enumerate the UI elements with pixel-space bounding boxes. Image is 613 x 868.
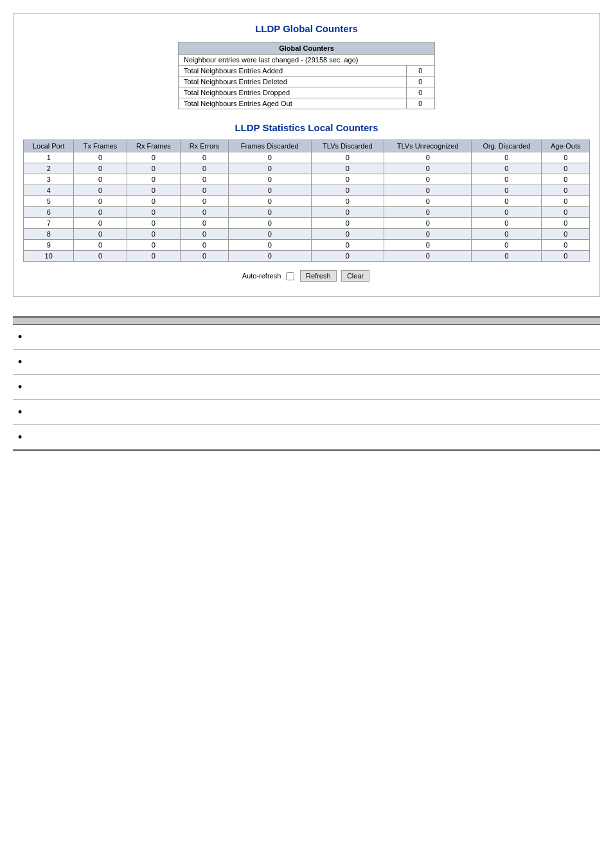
stats-cell-r3-c2: 0 bbox=[127, 185, 181, 196]
stats-cell-r2-c2: 0 bbox=[127, 174, 181, 185]
stats-cell-r4-c2: 0 bbox=[127, 196, 181, 207]
last-changed-row: Neighbour entries were last changed - (2… bbox=[179, 55, 435, 66]
stats-cell-r8-c7: 0 bbox=[472, 240, 542, 251]
stats-cell-r7-c8: 0 bbox=[542, 229, 590, 240]
stats-row-4: 500000000 bbox=[24, 196, 590, 207]
stats-title: LLDP Statistics Local Counters bbox=[23, 122, 590, 133]
stats-cell-r6-c1: 0 bbox=[74, 218, 127, 229]
stats-cell-r8-c3: 0 bbox=[181, 240, 229, 251]
stats-cell-r9-c1: 0 bbox=[74, 251, 127, 262]
stats-cell-r6-c2: 0 bbox=[127, 218, 181, 229]
stats-row-5: 600000000 bbox=[24, 207, 590, 218]
refresh-button[interactable]: Refresh bbox=[300, 270, 337, 282]
stats-cell-r4-c5: 0 bbox=[311, 196, 384, 207]
stats-cell-r2-c6: 0 bbox=[384, 174, 472, 185]
row-val-1: 0 bbox=[406, 77, 434, 87]
stats-cell-r9-c4: 0 bbox=[228, 251, 311, 262]
content-cell-2 bbox=[129, 375, 600, 400]
table-row: Total Neighbours Entries Added 0 bbox=[179, 66, 435, 77]
content-cell-4 bbox=[129, 425, 600, 451]
stats-cell-r0-c5: 0 bbox=[311, 152, 384, 163]
bottom-row-4: • bbox=[13, 425, 600, 451]
stats-cell-r8-c4: 0 bbox=[228, 240, 311, 251]
clear-button[interactable]: Clear bbox=[341, 270, 369, 282]
stats-cell-r4-c0: 5 bbox=[24, 196, 74, 207]
bullet-cell-2: • bbox=[13, 375, 129, 400]
stats-cell-r8-c0: 9 bbox=[24, 240, 74, 251]
stats-header-row: Local Port Tx Frames Rx Frames Rx Errors… bbox=[24, 140, 590, 152]
auto-refresh-checkbox[interactable] bbox=[286, 272, 294, 280]
stats-row-7: 800000000 bbox=[24, 229, 590, 240]
auto-refresh-label: Auto-refresh bbox=[242, 272, 281, 280]
stats-cell-r0-c8: 0 bbox=[542, 152, 590, 163]
stats-cell-r9-c3: 0 bbox=[181, 251, 229, 262]
bottom-header-row bbox=[13, 317, 600, 325]
bullet-cell-4: • bbox=[13, 425, 129, 451]
stats-cell-r3-c0: 4 bbox=[24, 185, 74, 196]
stats-cell-r5-c8: 0 bbox=[542, 207, 590, 218]
stats-cell-r3-c8: 0 bbox=[542, 185, 590, 196]
col-age-outs: Age-Outs bbox=[542, 140, 590, 152]
stats-cell-r6-c8: 0 bbox=[542, 218, 590, 229]
stats-cell-r4-c8: 0 bbox=[542, 196, 590, 207]
row-label-1: Total Neighbours Entries Deleted bbox=[179, 77, 407, 87]
stats-cell-r7-c0: 8 bbox=[24, 229, 74, 240]
row-val-3: 0 bbox=[406, 98, 434, 109]
stats-cell-r9-c0: 10 bbox=[24, 251, 74, 262]
bottom-col-1 bbox=[13, 317, 129, 325]
stats-cell-r6-c7: 0 bbox=[472, 218, 542, 229]
stats-cell-r3-c3: 0 bbox=[181, 185, 229, 196]
row-val-0: 0 bbox=[406, 66, 434, 77]
stats-row-8: 900000000 bbox=[24, 240, 590, 251]
bottom-col-2 bbox=[129, 317, 600, 325]
col-org-discarded: Org. Discarded bbox=[472, 140, 542, 152]
stats-cell-r9-c5: 0 bbox=[311, 251, 384, 262]
stats-cell-r1-c3: 0 bbox=[181, 163, 229, 174]
stats-cell-r8-c1: 0 bbox=[74, 240, 127, 251]
stats-cell-r9-c2: 0 bbox=[127, 251, 181, 262]
col-tx-frames: Tx Frames bbox=[74, 140, 127, 152]
stats-cell-r0-c0: 1 bbox=[24, 152, 74, 163]
stats-cell-r6-c5: 0 bbox=[311, 218, 384, 229]
stats-cell-r1-c5: 0 bbox=[311, 163, 384, 174]
stats-cell-r7-c6: 0 bbox=[384, 229, 472, 240]
stats-row-0: 100000000 bbox=[24, 152, 590, 163]
col-tlvs-unrecognized: TLVs Unrecognized bbox=[384, 140, 472, 152]
global-counters-header: Global Counters bbox=[179, 42, 435, 55]
stats-cell-r8-c2: 0 bbox=[127, 240, 181, 251]
row-label-0: Total Neighbours Entries Added bbox=[179, 66, 407, 77]
bottom-row-0: • bbox=[13, 325, 600, 350]
global-counters-table: Global Counters Neighbour entries were l… bbox=[178, 42, 435, 109]
stats-cell-r8-c8: 0 bbox=[542, 240, 590, 251]
stats-cell-r1-c6: 0 bbox=[384, 163, 472, 174]
stats-cell-r5-c0: 6 bbox=[24, 207, 74, 218]
stats-cell-r6-c3: 0 bbox=[181, 218, 229, 229]
stats-cell-r8-c6: 0 bbox=[384, 240, 472, 251]
bottom-row-2: • bbox=[13, 375, 600, 400]
col-rx-errors: Rx Errors bbox=[181, 140, 229, 152]
row-label-3: Total Neighbours Entries Aged Out bbox=[179, 98, 407, 109]
stats-cell-r6-c6: 0 bbox=[384, 218, 472, 229]
table-row: Total Neighbours Entries Aged Out 0 bbox=[179, 98, 435, 109]
bottom-section: ••••• bbox=[13, 316, 600, 451]
stats-cell-r2-c3: 0 bbox=[181, 174, 229, 185]
row-val-2: 0 bbox=[406, 87, 434, 98]
stats-cell-r7-c2: 0 bbox=[127, 229, 181, 240]
row-label-2: Total Neighbours Entries Dropped bbox=[179, 87, 407, 98]
stats-cell-r1-c7: 0 bbox=[472, 163, 542, 174]
footer-bar: Auto-refresh Refresh Clear bbox=[23, 265, 590, 287]
stats-cell-r5-c3: 0 bbox=[181, 207, 229, 218]
stats-cell-r3-c5: 0 bbox=[311, 185, 384, 196]
stats-cell-r1-c1: 0 bbox=[74, 163, 127, 174]
stats-cell-r7-c7: 0 bbox=[472, 229, 542, 240]
col-local-port: Local Port bbox=[24, 140, 74, 152]
stats-cell-r7-c4: 0 bbox=[228, 229, 311, 240]
stats-cell-r1-c0: 2 bbox=[24, 163, 74, 174]
bottom-table: ••••• bbox=[13, 316, 600, 451]
stats-cell-r2-c5: 0 bbox=[311, 174, 384, 185]
global-counters-title: LLDP Global Counters bbox=[23, 23, 590, 34]
stats-table: Local Port Tx Frames Rx Frames Rx Errors… bbox=[23, 140, 590, 262]
stats-cell-r2-c7: 0 bbox=[472, 174, 542, 185]
stats-row-9: 1000000000 bbox=[24, 251, 590, 262]
stats-cell-r3-c4: 0 bbox=[228, 185, 311, 196]
